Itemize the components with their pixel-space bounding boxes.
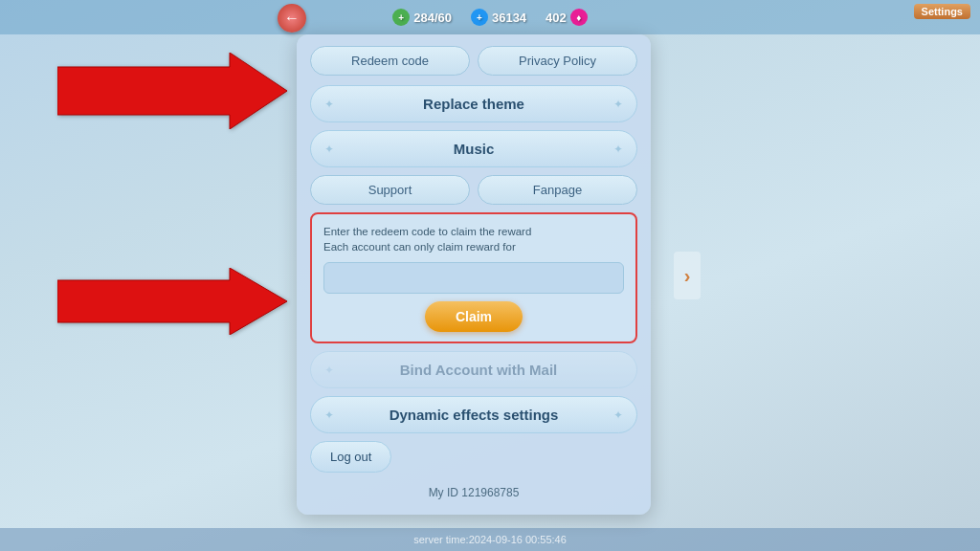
star-right-icon: ✦ [613,98,623,111]
star-left-icon: ✦ [324,98,334,111]
server-time: server time:2024-09-16 00:55:46 [413,534,567,545]
replace-theme-item[interactable]: ✦ Replace theme ✦ [310,85,637,122]
arrow-2 [57,268,287,339]
coins-icon: + [471,9,488,26]
right-nav-arrow[interactable]: › [674,252,701,299]
hearts-value: 284/60 [413,11,452,25]
bind-star-left-icon: ✦ [324,364,334,377]
hearts-icon: + [392,9,410,26]
settings-panel: Redeem code Privacy Policy ✦ Replace the… [297,34,651,515]
bind-account-label: Bind Account with Mail [334,362,623,378]
dynamic-effects-label: Dynamic effects settings [334,407,613,423]
bottom-bar: server time:2024-09-16 00:55:46 [0,528,980,551]
svg-marker-0 [57,53,287,129]
music-star-left-icon: ✦ [324,143,334,156]
fanpage-button[interactable]: Fanpage [478,175,637,205]
top-buttons-row: Redeem code Privacy Policy [310,46,637,76]
dynamic-effects-item[interactable]: ✦ Dynamic effects settings ✦ [310,396,637,433]
music-item[interactable]: ✦ Music ✦ [310,130,637,167]
music-label: Music [334,141,613,157]
bind-account-row: ✦ Bind Account with Mail [310,351,637,388]
my-id: My ID 121968785 [310,486,637,499]
support-fanpage-row: Support Fanpage [310,175,637,205]
arrow-1 [57,53,287,133]
redeem-box: Enter the redeem code to claim the rewar… [310,212,637,343]
support-button[interactable]: Support [310,175,470,205]
gems-value: 402 [546,11,567,25]
redeem-code-input[interactable] [323,262,624,294]
stat-gems: 402 ♦ [546,9,588,26]
redeem-code-button[interactable]: Redeem code [310,46,470,76]
dynamic-star-left-icon: ✦ [324,408,334,422]
privacy-policy-button[interactable]: Privacy Policy [478,46,637,76]
redeem-description: Enter the redeem code to claim the rewar… [323,224,624,254]
dynamic-star-right-icon: ✦ [613,408,623,422]
top-bar: + 284/60 + 36134 402 ♦ [0,0,980,34]
settings-label: Settings [914,4,970,19]
music-star-right-icon: ✦ [613,143,623,156]
stat-coins: + 36134 [471,9,526,26]
back-button[interactable]: ← [278,4,306,33]
replace-theme-label: Replace theme [334,96,613,112]
logout-button[interactable]: Log out [310,441,391,473]
gems-icon: ♦ [570,9,588,26]
coins-value: 36134 [492,11,526,25]
claim-button[interactable]: Claim [425,301,523,332]
svg-marker-1 [57,268,287,335]
stat-hearts: + 284/60 [392,9,452,26]
